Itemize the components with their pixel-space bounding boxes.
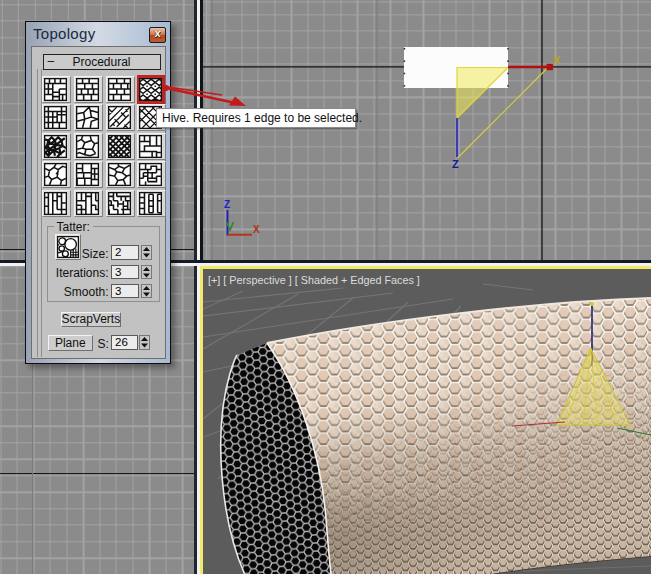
svg-text:Z: Z (224, 199, 230, 210)
svg-text:Z: Z (452, 158, 459, 170)
svg-text:[+] [ Perspective ] [ Shaded +: [+] [ Perspective ] [ Shaded + Edged Fac… (208, 274, 420, 286)
svg-text:X: X (553, 54, 561, 66)
svg-text:X: X (253, 224, 260, 235)
